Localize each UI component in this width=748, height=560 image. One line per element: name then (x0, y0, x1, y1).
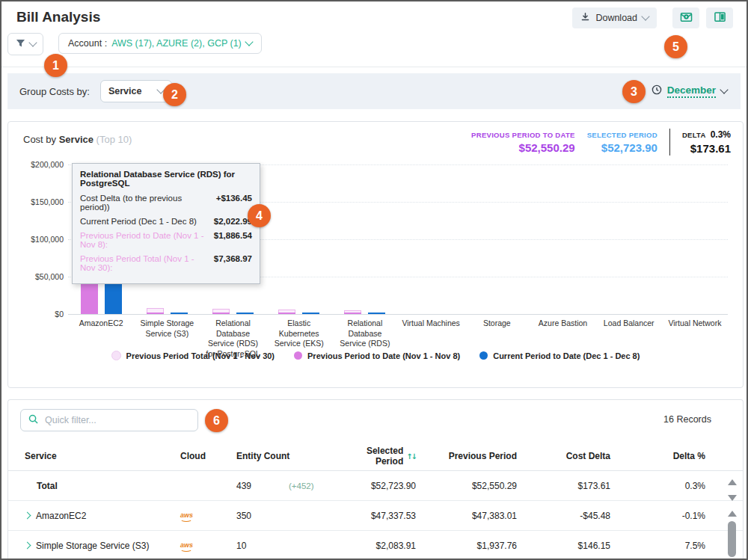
selected-period-value: $52,723.90 (337, 481, 416, 491)
entity-count-extra: (+452) (289, 481, 314, 490)
bar-current-period-to-date[interactable] (171, 313, 188, 314)
bar-previous-period-total[interactable] (212, 309, 230, 314)
bar-current-period-to-date[interactable] (105, 279, 122, 314)
bar-current-period-to-date[interactable] (368, 313, 385, 314)
delta-label: DELTA (682, 131, 706, 139)
bar-current-period-to-date[interactable] (236, 313, 254, 314)
y-axis-tick: $200,000 (13, 160, 64, 169)
separator (1, 67, 747, 67)
delta-metric: DELTA 0.3% $173.61 (682, 129, 731, 155)
callout-badge-2: 2 (163, 83, 186, 106)
sort-icon[interactable]: ↑↓ (406, 452, 416, 461)
bar-previous-period-to-date[interactable] (147, 313, 164, 314)
tooltip-row: Current Period (Dec 1 - Dec 8)$2,022.99 (80, 217, 252, 226)
legend-item[interactable]: Previous Period to Date (Nov 1 - Nov 8) (294, 351, 460, 360)
callout-badge-5: 5 (664, 35, 687, 58)
scrollbar-thumb[interactable] (728, 521, 736, 557)
table-row[interactable]: AmazonEC2aws350$47,337.53$47,383.01-$45.… (8, 501, 743, 531)
bar-previous-period-to-date[interactable] (81, 279, 98, 314)
col-service[interactable]: Service (25, 451, 180, 461)
selected-period-value: $2,083.91 (337, 541, 416, 551)
scroll-up-icon[interactable] (728, 479, 737, 485)
chart-title: Cost by Service (Top 10) (23, 134, 132, 145)
service-name: Simple Storage Service (S3) (36, 541, 149, 551)
expand-chevron-icon[interactable] (24, 542, 31, 550)
chevron-down-icon (28, 38, 37, 46)
service-name: AmazonEC2 (36, 511, 86, 521)
y-axis-tick: $0 (13, 310, 64, 319)
legend-dot-icon (294, 351, 302, 360)
quick-filter-input[interactable] (43, 414, 190, 426)
chart-category-slot (464, 164, 530, 314)
col-previous-period[interactable]: Previous Period (416, 451, 517, 461)
scroll-down-icon[interactable] (728, 495, 737, 501)
chevron-down-icon (720, 85, 728, 93)
chart-tooltip: Relational Database Service (RDS) for Po… (72, 163, 260, 284)
account-label: Account : (68, 38, 107, 49)
delta-pct-value: 0.3% (610, 481, 705, 491)
account-value: AWS (17), AZURE (2), GCP (1) (111, 38, 242, 49)
expand-chevron-icon[interactable] (24, 512, 31, 520)
period-value: December (667, 84, 716, 98)
period-selector[interactable]: December (652, 84, 727, 98)
bar-previous-period-to-date[interactable] (344, 313, 361, 314)
chart-category-slot (530, 164, 595, 314)
col-cloud[interactable]: Cloud (180, 451, 236, 461)
group-by-select[interactable]: Service (100, 80, 172, 102)
y-axis-tick: $50,000 (13, 272, 64, 281)
col-entity-count[interactable]: Entity Count (236, 451, 337, 461)
previous-period-value: $47,383.01 (416, 511, 517, 521)
documentation-button[interactable] (706, 7, 733, 28)
search-icon (28, 413, 38, 427)
clock-icon (652, 84, 662, 98)
download-button[interactable]: Download (572, 7, 657, 28)
bar-previous-period-to-date[interactable] (212, 313, 230, 314)
tooltip-title: Relational Database Service (RDS) for Po… (80, 170, 252, 188)
bar-previous-period-total[interactable] (147, 308, 164, 314)
callout-badge-4: 4 (248, 204, 271, 227)
scrollbar-up-arrow-icon[interactable] (728, 511, 737, 517)
book-columns-icon (714, 11, 726, 25)
chart-category-slot (662, 164, 728, 314)
bill-analysis-page: Bill Analysis Download (0, 0, 748, 560)
table-row-total[interactable]: Total439(+452)$52,723.90$52,550.29$173.6… (8, 471, 743, 501)
entity-count: 439 (236, 481, 251, 491)
callout-badge-3: 3 (622, 80, 646, 103)
bar-previous-period-to-date[interactable] (278, 313, 295, 314)
entity-count: 10 (236, 541, 246, 551)
bar-previous-period-total[interactable] (278, 310, 295, 314)
chart-metrics: PREVIOUS PERIOD TO DATE $52,550.29 SELEC… (471, 129, 731, 156)
legend-label: Previous Period to Date (Nov 1 - Nov 8) (307, 351, 460, 360)
quick-filter[interactable] (20, 409, 198, 431)
cost-delta-value: $173.61 (517, 481, 610, 491)
col-delta-pct[interactable]: Delta % (610, 451, 705, 461)
group-by-value: Service (108, 86, 141, 96)
account-filter[interactable]: Account : AWS (17), AZURE (2), GCP (1) (58, 33, 262, 54)
schedule-report-button[interactable] (672, 7, 699, 28)
aws-logo-icon: aws (180, 512, 193, 522)
selected-period-value: $47,337.53 (337, 511, 416, 521)
callout-badge-1: 1 (44, 54, 67, 77)
table-header: Service Cloud Entity Count Selected Peri… (8, 442, 743, 471)
filter-button[interactable] (7, 33, 43, 55)
table-scrollbar[interactable] (726, 475, 739, 559)
col-selected-period[interactable]: Selected Period (337, 446, 403, 467)
cost-table-card: 16 Records Service Cloud Entity Count Se… (7, 399, 744, 559)
previous-period-value: $52,550.29 (416, 481, 517, 491)
legend-item[interactable]: Previous Period Total (Nov 1 - Nov 30) (111, 351, 275, 360)
tooltip-row: Previous Period Total (Nov 1 - Nov 30):$… (80, 254, 252, 272)
selected-period-value: $52,723.90 (587, 141, 657, 154)
legend-item[interactable]: Current Period to Date (Dec 1 - Dec 8) (479, 351, 640, 360)
bar-current-period-to-date[interactable] (302, 313, 319, 314)
col-cost-delta[interactable]: Cost Delta (517, 451, 610, 461)
chart-title-prefix: Cost by (23, 134, 56, 145)
callout-badge-6: 6 (205, 409, 228, 432)
tooltip-row-value: $1,886.54 (214, 231, 252, 249)
table-body: Total439(+452)$52,723.90$52,550.29$173.6… (8, 471, 743, 560)
header-actions: Download (572, 7, 733, 28)
table-row[interactable]: Simple Storage Service (S3)aws10$2,083.9… (8, 531, 743, 560)
cost-delta-value: -$45.48 (517, 511, 610, 521)
schedule-report-icon (680, 11, 693, 25)
previous-period-metric: PREVIOUS PERIOD TO DATE $52,550.29 (471, 131, 575, 154)
bar-previous-period-total[interactable] (344, 310, 361, 314)
